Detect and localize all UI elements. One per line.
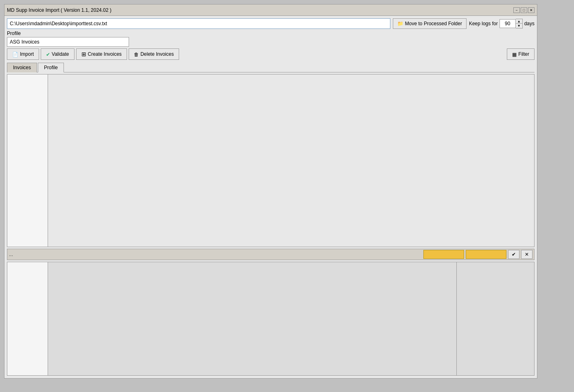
main-content: Move to Processed Folder Keep logs for ▲… bbox=[4, 16, 537, 378]
right-panel bbox=[48, 74, 534, 247]
import-button[interactable]: Import bbox=[7, 48, 39, 60]
validate-icon bbox=[46, 51, 50, 57]
spinner-down-button[interactable]: ▼ bbox=[516, 24, 522, 28]
window-controls: − □ ✕ bbox=[513, 7, 535, 13]
confirm-button[interactable]: ✔ bbox=[508, 250, 519, 259]
spinner-up-button[interactable]: ▲ bbox=[516, 19, 522, 24]
bottom-bar-dots: ... bbox=[9, 252, 13, 257]
check-icon: ✔ bbox=[512, 252, 516, 257]
spinner-buttons: ▲ ▼ bbox=[516, 19, 523, 28]
tab-bar: Invoices Profile bbox=[7, 62, 535, 72]
close-button[interactable]: ✕ bbox=[528, 7, 535, 13]
create-invoices-label: Create Invoices bbox=[88, 51, 122, 57]
main-panel bbox=[7, 74, 535, 247]
profile-row: Profile bbox=[7, 31, 535, 47]
left-panel bbox=[7, 74, 48, 247]
validate-label: Validate bbox=[52, 51, 69, 57]
delete-invoices-icon bbox=[134, 51, 139, 57]
bottom-bar: ... ✔ ✕ bbox=[7, 249, 535, 260]
minimize-button[interactable]: − bbox=[513, 7, 520, 13]
main-window: MD Supp Invoice Import ( Version 1.1, 20… bbox=[4, 4, 537, 379]
keep-logs-row: Keep logs for ▲ ▼ days bbox=[469, 19, 535, 28]
move-to-processed-button[interactable]: Move to Processed Folder bbox=[393, 18, 467, 29]
x-icon: ✕ bbox=[525, 252, 529, 257]
delete-invoices-button[interactable]: Delete Invoices bbox=[129, 48, 179, 60]
filter-label: Filter bbox=[518, 51, 529, 57]
keep-logs-label: Keep logs for bbox=[469, 21, 498, 26]
tab-invoices[interactable]: Invoices bbox=[7, 63, 37, 72]
import-icon bbox=[12, 51, 18, 57]
profile-input[interactable] bbox=[7, 37, 129, 47]
title-bar: MD Supp Invoice Import ( Version 1.1, 20… bbox=[4, 4, 537, 16]
toolbar-right: Filter bbox=[507, 48, 535, 60]
file-path-input[interactable] bbox=[7, 18, 390, 29]
folder-icon bbox=[397, 21, 403, 26]
create-invoices-button[interactable]: Create Invoices bbox=[76, 48, 127, 60]
lower-right-panel bbox=[457, 262, 534, 375]
window-title: MD Supp Invoice Import ( Version 1.1, 20… bbox=[7, 7, 112, 13]
keep-logs-spinner: ▲ ▼ bbox=[500, 19, 523, 28]
restore-button[interactable]: □ bbox=[521, 7, 527, 13]
toolbar-row: Import Validate Create Invoices Delete I… bbox=[7, 48, 535, 60]
import-label: Import bbox=[20, 51, 34, 57]
filter-button[interactable]: Filter bbox=[507, 48, 535, 60]
delete-invoices-label: Delete Invoices bbox=[140, 51, 174, 57]
tab-profile-label: Profile bbox=[44, 65, 58, 70]
lower-left-panel bbox=[7, 262, 48, 375]
move-to-processed-label: Move to Processed Folder bbox=[405, 21, 462, 26]
cancel-button[interactable]: ✕ bbox=[521, 250, 532, 259]
create-invoices-icon bbox=[81, 51, 86, 57]
yellow-button-2[interactable] bbox=[466, 250, 506, 259]
yellow-button-1[interactable] bbox=[423, 250, 464, 259]
toolbar-left: Import Validate Create Invoices Delete I… bbox=[7, 48, 179, 60]
validate-button[interactable]: Validate bbox=[41, 48, 74, 60]
lower-mid-panel bbox=[48, 262, 457, 375]
days-label: days bbox=[524, 21, 535, 26]
keep-logs-input[interactable] bbox=[500, 19, 516, 28]
filter-icon bbox=[512, 51, 517, 57]
tab-profile[interactable]: Profile bbox=[38, 63, 64, 72]
lower-section bbox=[7, 262, 535, 376]
top-row: Move to Processed Folder Keep logs for ▲… bbox=[7, 18, 535, 29]
profile-label: Profile bbox=[7, 31, 535, 36]
tab-invoices-label: Invoices bbox=[13, 65, 31, 70]
